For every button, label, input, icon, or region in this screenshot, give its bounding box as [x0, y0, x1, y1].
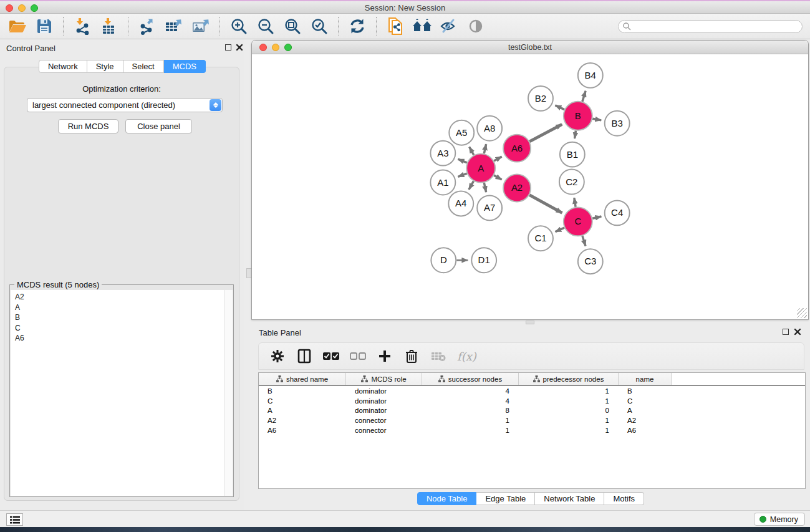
close-panel-button[interactable]: Close panel — [125, 119, 192, 133]
node-label-C1: C1 — [534, 233, 546, 243]
control-panel-tabs: NetworkStyleSelectMCDS — [0, 60, 244, 73]
edge-A-A1[interactable] — [458, 173, 467, 177]
mcds-result-item[interactable]: A6 — [11, 333, 225, 344]
edge-B-B3[interactable] — [592, 118, 601, 120]
resize-grip[interactable] — [797, 308, 807, 318]
table-cell: A6 — [619, 427, 672, 434]
zoom-in-icon[interactable] — [228, 16, 250, 37]
table-panel-title: Table Panel — [259, 328, 301, 337]
memory-button[interactable]: Memory — [754, 513, 805, 526]
criterion-dropdown[interactable]: largest connected component (directed) — [27, 98, 223, 112]
search-field[interactable] — [618, 20, 803, 33]
table-cell: A6 — [259, 427, 346, 434]
tab-node-table[interactable]: Node Table — [417, 492, 477, 505]
run-mcds-button[interactable]: Run MCDS — [58, 119, 118, 133]
add-column-icon[interactable] — [377, 348, 393, 364]
gear-icon[interactable] — [269, 348, 286, 364]
eye-icon[interactable] — [465, 16, 487, 37]
import-table-icon[interactable] — [98, 16, 120, 37]
edge-A-A7[interactable] — [484, 183, 486, 192]
table-row[interactable]: Cdominator41C — [259, 396, 805, 406]
edge-C-C3[interactable] — [582, 236, 586, 246]
node-label-B3: B3 — [612, 118, 623, 128]
column-header-successor-nodes[interactable]: successor nodes — [422, 373, 519, 385]
zoom-out-icon[interactable] — [254, 16, 277, 37]
open-folder-icon[interactable] — [6, 16, 29, 37]
column-header-MCDS-role[interactable]: MCDS role — [346, 373, 422, 385]
column-header-predecessor-nodes[interactable]: predecessor nodes — [519, 373, 619, 385]
tab-style[interactable]: Style — [87, 60, 123, 73]
mcds-result-item[interactable]: A2 — [11, 292, 225, 302]
node-label-B: B — [575, 110, 581, 121]
zoom-fit-icon[interactable] — [281, 16, 304, 37]
import-network-icon[interactable] — [71, 16, 94, 37]
export-image-icon[interactable] — [190, 16, 212, 37]
table-row[interactable]: A6connector11A6 — [259, 425, 805, 435]
edge-A2-C[interactable] — [529, 195, 562, 213]
edge-A-A2[interactable] — [494, 175, 501, 180]
clone-network-icon[interactable] — [384, 16, 407, 37]
tab-select[interactable]: Select — [123, 60, 164, 73]
tab-edge-table[interactable]: Edge Table — [476, 492, 535, 505]
network-overview-icon[interactable] — [411, 16, 433, 37]
network-canvas[interactable]: B4B2BB3A5A8A6B1A3AA1C2A2A4A7C4CC1C3DD1 — [253, 55, 808, 319]
float-panel-icon[interactable] — [225, 44, 231, 51]
select-all-icon[interactable] — [323, 348, 339, 364]
network-graph[interactable]: B4B2BB3A5A8A6B1A3AA1C2A2A4A7C4CC1C3DD1 — [253, 55, 808, 319]
deselect-all-icon[interactable] — [350, 348, 366, 364]
column-header-name[interactable]: name — [619, 373, 672, 385]
export-network-icon[interactable] — [136, 16, 158, 37]
float-table-panel-icon[interactable] — [783, 329, 789, 335]
mcds-result-item[interactable]: C — [11, 323, 225, 334]
save-icon[interactable] — [33, 16, 55, 37]
export-table-icon[interactable] — [163, 16, 185, 37]
trash-icon[interactable] — [403, 348, 420, 364]
mcds-result-item[interactable]: A — [11, 302, 225, 313]
table-cell: 4 — [422, 397, 519, 405]
edge-A-A4[interactable] — [469, 181, 474, 189]
table-header-row[interactable]: shared nameMCDS rolesuccessor nodesprede… — [259, 373, 805, 386]
edge-A-A5[interactable] — [470, 147, 474, 155]
node-label-A8: A8 — [484, 123, 495, 133]
edge-B-B2[interactable] — [555, 105, 564, 110]
app-titlebar: Session: New Session — [0, 0, 810, 14]
columns-icon[interactable] — [296, 348, 312, 364]
mcds-list-scrollbar[interactable] — [224, 290, 233, 496]
mcds-result-list[interactable]: A2ABCA6 — [11, 290, 225, 496]
edge-C-C1[interactable] — [556, 228, 564, 231]
tab-motifs[interactable]: Motifs — [604, 492, 644, 505]
edge-A-A3[interactable] — [458, 159, 466, 163]
edge-C-C2[interactable] — [574, 198, 576, 207]
tab-mcds[interactable]: MCDS — [164, 60, 206, 73]
search-input[interactable] — [631, 21, 802, 32]
node-table[interactable]: shared nameMCDS rolesuccessor nodesprede… — [258, 372, 806, 489]
edge-A-A8[interactable] — [484, 144, 486, 153]
table-cell: C — [259, 397, 346, 405]
table-row[interactable]: Bdominator41B — [259, 386, 805, 396]
node-label-A: A — [478, 163, 484, 173]
table-cell: connector — [346, 417, 422, 424]
task-history-button[interactable] — [6, 513, 23, 526]
table-row[interactable]: Adominator80A — [259, 406, 805, 416]
node-label-C2: C2 — [566, 177, 577, 187]
close-table-panel-icon[interactable] — [794, 328, 801, 336]
zoom-selected-icon[interactable] — [308, 16, 330, 37]
edge-A-A6[interactable] — [494, 157, 501, 161]
close-panel-icon[interactable] — [236, 44, 243, 51]
tree-column-icon — [276, 375, 283, 382]
function-builder-icon[interactable]: f(x) — [457, 350, 476, 363]
table-row[interactable]: A2connector11A2 — [259, 415, 805, 425]
edge-A6-B[interactable] — [529, 124, 562, 142]
edge-B-B1[interactable] — [575, 130, 576, 138]
tab-network-table[interactable]: Network Table — [535, 492, 604, 505]
refresh-icon[interactable] — [346, 16, 369, 37]
mcds-result-item[interactable]: B — [11, 312, 225, 323]
delete-table-icon[interactable] — [430, 348, 446, 364]
edge-C-C4[interactable] — [592, 216, 601, 218]
column-header-shared-name[interactable]: shared name — [259, 373, 346, 385]
tab-network[interactable]: Network — [39, 60, 87, 73]
edge-B-B4[interactable] — [582, 91, 586, 102]
node-label-A2: A2 — [511, 182, 523, 193]
network-window-titlebar[interactable]: testGlobe.txt — [252, 41, 808, 54]
graphics-details-icon[interactable] — [438, 16, 460, 37]
